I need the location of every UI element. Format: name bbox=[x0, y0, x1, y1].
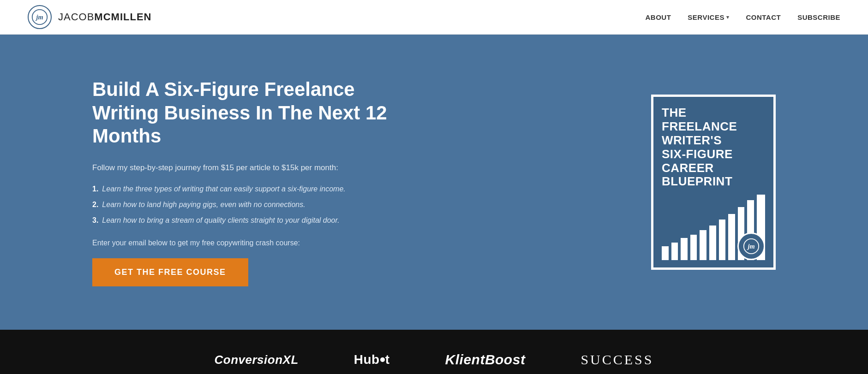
chart-bar bbox=[709, 226, 716, 260]
chart-bar bbox=[662, 246, 669, 260]
list-item: Learn how to land high paying gigs, even… bbox=[92, 199, 415, 210]
chart-bar bbox=[671, 243, 678, 260]
site-name: JACOBMCMILLEN bbox=[58, 11, 151, 23]
svg-text:jm: jm bbox=[747, 243, 754, 250]
chart-bar bbox=[681, 238, 688, 260]
book-chart: jm bbox=[662, 191, 765, 260]
nav-about[interactable]: ABOUT bbox=[646, 13, 671, 21]
list-item: Learn how to bring a stream of quality c… bbox=[92, 215, 415, 226]
chart-bar bbox=[700, 230, 706, 260]
brand-success: SUCCESS bbox=[581, 352, 653, 368]
chart-bar bbox=[719, 220, 726, 260]
svg-text:jm: jm bbox=[35, 13, 43, 21]
header: jm JACOBMCMILLEN ABOUT SERVICES ▾ CONTAC… bbox=[0, 0, 868, 35]
logo-icon: jm bbox=[28, 5, 52, 29]
get-free-course-button[interactable]: GET THE FREE COURSE bbox=[92, 258, 248, 286]
book-title: THE FREELANCE WRITER'S SIX-FIGURE CAREER… bbox=[662, 106, 765, 189]
book-cover: THE FREELANCE WRITER'S SIX-FIGURE CAREER… bbox=[651, 95, 776, 270]
hubspot-dot-icon bbox=[380, 357, 385, 362]
nav-contact[interactable]: CONTACT bbox=[746, 13, 781, 21]
hero-section: Build A Six-Figure Freelance Writing Bus… bbox=[0, 35, 868, 330]
brand-conversionxl: ConversionXL bbox=[215, 353, 299, 367]
hero-subtitle: Follow my step-by-step journey from $15 … bbox=[92, 161, 415, 174]
hero-content: Build A Six-Figure Freelance Writing Bus… bbox=[92, 78, 415, 286]
chevron-down-icon: ▾ bbox=[726, 14, 730, 20]
book-logo-circle: jm bbox=[737, 232, 765, 260]
chart-bar bbox=[690, 235, 697, 260]
chart-bar bbox=[728, 214, 735, 260]
hero-list: Learn the three types of writing that ca… bbox=[92, 184, 415, 226]
list-item: Learn the three types of writing that ca… bbox=[92, 184, 415, 195]
hero-cta-text: Enter your email below to get my free co… bbox=[92, 239, 415, 247]
logo-area[interactable]: jm JACOBMCMILLEN bbox=[28, 5, 151, 29]
main-nav: ABOUT SERVICES ▾ CONTACT SUBSCRIBE bbox=[646, 13, 841, 21]
nav-subscribe[interactable]: SUBSCRIBE bbox=[797, 13, 840, 21]
brand-klientboost: KlientBoost bbox=[445, 352, 526, 368]
brands-bar: ConversionXL Hubt KlientBoost SUCCESS bbox=[0, 330, 868, 374]
brand-hubspot: Hubt bbox=[354, 352, 390, 367]
hero-title: Build A Six-Figure Freelance Writing Bus… bbox=[92, 78, 415, 148]
nav-services[interactable]: SERVICES ▾ bbox=[688, 13, 729, 21]
